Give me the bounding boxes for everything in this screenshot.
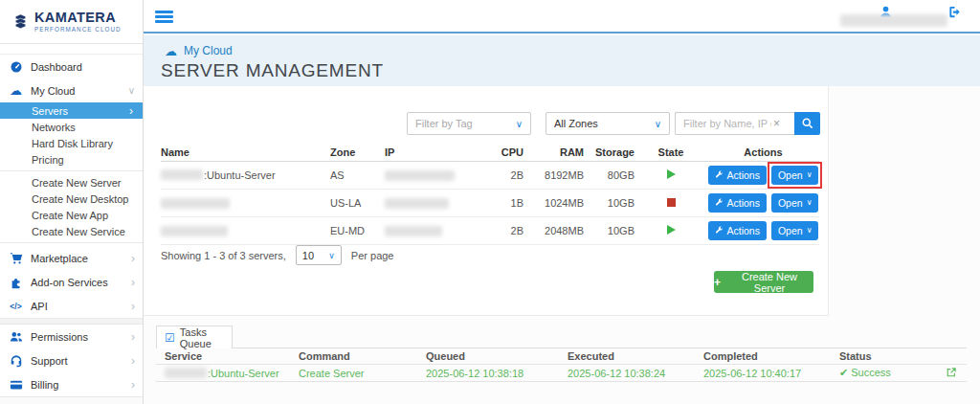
task-command: Create Server	[290, 365, 417, 382]
logout-icon[interactable]	[947, 5, 963, 23]
servers-panel: Filter by Tag ∨ All Zones ∨ × Name	[144, 86, 829, 316]
server-cpu: 2B	[476, 161, 523, 189]
col-storage: Storage	[584, 144, 635, 161]
hamburger-menu-icon[interactable]	[155, 11, 173, 26]
tab-tasks-queue[interactable]: ☑ Tasks Queue	[156, 325, 233, 348]
brand-logo[interactable]: KAMATERA PERFORMANCE CLOUD	[0, 0, 143, 44]
search-icon	[801, 117, 814, 130]
sidebar-item-create-new-service[interactable]: Create New Service	[0, 223, 143, 239]
actions-button[interactable]: Actions	[708, 193, 767, 213]
server-ram: 2048MB	[523, 216, 584, 244]
sidebar-item-create-new-desktop[interactable]: Create New Desktop	[0, 191, 143, 207]
credit-card-icon	[9, 377, 23, 392]
col-zone: Zone	[330, 144, 385, 161]
sidebar-item-label: Create New Server	[32, 177, 143, 189]
tab-label: Tasks Queue	[180, 326, 224, 349]
col-state: State	[635, 144, 707, 161]
search-filter-wrap: ×	[675, 112, 794, 135]
sidebar-item-label: Pricing	[32, 154, 143, 166]
sidebar-item-label: Marketplace	[31, 253, 123, 264]
redacted-server-ip	[385, 198, 449, 209]
server-zone: US-LA	[330, 189, 385, 216]
app-root: KAMATERA PERFORMANCE CLOUD Dashboard ☁ M…	[0, 0, 980, 404]
actions-button[interactable]: Actions	[708, 166, 767, 185]
col-command: Command	[290, 348, 417, 365]
sidebar-item-marketplace[interactable]: Marketplace ›	[0, 246, 143, 270]
task-status: Success	[851, 367, 891, 378]
external-link-icon[interactable]	[946, 369, 957, 380]
chevron-down-icon: ∨	[807, 170, 813, 179]
servers-table-header: Name Zone IP CPU RAM Storage State Actio…	[161, 144, 819, 161]
create-new-server-label: Create New Server	[725, 271, 813, 294]
sidebar-footer-area	[0, 396, 143, 404]
sidebar-item-label: Create New Service	[32, 226, 143, 237]
redacted-server-name	[161, 226, 228, 236]
chevron-right-icon: ›	[131, 356, 135, 366]
kamatera-logo-icon	[13, 14, 28, 29]
wrench-icon	[715, 198, 724, 207]
divider	[0, 170, 143, 171]
divider	[0, 242, 143, 243]
breadcrumb[interactable]: ☁ My Cloud	[165, 44, 233, 57]
search-button[interactable]	[794, 112, 820, 135]
create-new-server-button[interactable]: + Create New Server	[714, 271, 813, 293]
actions-button[interactable]: Actions	[708, 221, 767, 240]
sidebar-item-label: Add-on Services	[31, 277, 123, 288]
sidebar-item-addon-services[interactable]: Add-on Services ›	[0, 270, 143, 294]
sidebar-item-create-new-server[interactable]: Create New Server	[0, 174, 143, 191]
check-icon: ✔	[839, 367, 848, 378]
open-button[interactable]: Open ∨	[771, 221, 819, 240]
redacted-username	[840, 14, 947, 27]
search-input[interactable]	[676, 118, 771, 129]
sidebar-item-networks[interactable]: Networks	[0, 119, 143, 135]
server-storage: 10GB	[584, 216, 635, 244]
server-cpu: 2B	[476, 216, 523, 244]
open-button[interactable]: Open ∨	[771, 166, 819, 185]
tasks-queue-section: ☑ Tasks Queue Service Command Queued Exe…	[156, 325, 967, 382]
plus-icon: +	[714, 276, 721, 289]
chevron-down-icon: ∨	[807, 226, 813, 235]
per-page-select[interactable]: 10 ∨	[296, 245, 342, 265]
sidebar-item-support[interactable]: Support ›	[0, 348, 143, 372]
table-row: :Ubuntu-Server Create Server 2025-06-12 …	[156, 365, 967, 382]
sidebar-item-label: My Cloud	[31, 85, 121, 97]
wrench-icon	[715, 170, 724, 179]
zones-select-value: All Zones	[554, 118, 598, 129]
server-name: :Ubuntu-Server	[204, 169, 276, 181]
top-bar	[144, 0, 980, 34]
brand-tagline: PERFORMANCE CLOUD	[34, 26, 122, 33]
pagination: Showing 1 - 3 of 3 servers, 10 ∨ Per pag…	[161, 245, 394, 265]
chevron-right-icon: ›	[131, 302, 135, 311]
open-button[interactable]: Open ∨	[771, 193, 819, 213]
filter-by-tag-select[interactable]: Filter by Tag ∨	[407, 112, 531, 135]
server-ram: 8192MB	[523, 161, 584, 189]
sidebar-item-api[interactable]: </> API ›	[0, 294, 143, 318]
pagination-summary: Showing 1 - 3 of 3 servers,	[161, 250, 286, 261]
servers-table: Name Zone IP CPU RAM Storage State Actio…	[161, 144, 819, 245]
table-row: US-LA 1B 1024MB 10GB Actions	[161, 189, 819, 216]
breadcrumb-label: My Cloud	[184, 44, 233, 57]
sidebar-item-label: Support	[31, 355, 123, 367]
col-ip: IP	[385, 144, 476, 161]
sidebar-item-billing[interactable]: Billing ›	[0, 372, 143, 396]
zones-select[interactable]: All Zones ∨	[546, 112, 670, 135]
server-storage: 10GB	[584, 189, 635, 216]
sidebar-item-permissions[interactable]: Permissions ›	[0, 325, 143, 348]
sidebar-item-my-cloud[interactable]: ☁ My Cloud ∨	[0, 79, 143, 102]
sidebar-item-pricing[interactable]: Pricing	[0, 151, 143, 168]
sidebar-item-hard-disk-library[interactable]: Hard Disk Library	[0, 135, 143, 151]
page-header-band: ☁ My Cloud SERVER MANAGEMENT	[144, 35, 980, 86]
open-button-label: Open	[778, 197, 803, 209]
col-status: Status	[831, 348, 922, 365]
filter-by-tag-placeholder: Filter by Tag	[415, 118, 473, 129]
sidebar-item-label: Permissions	[31, 331, 123, 343]
puzzle-icon	[9, 275, 23, 289]
tasks-table: Service Command Queued Executed Complete…	[156, 348, 967, 382]
clear-icon[interactable]: ×	[773, 117, 780, 130]
sidebar-item-dashboard[interactable]: Dashboard	[0, 55, 143, 79]
col-actions: Actions	[707, 144, 819, 161]
sidebar-item-create-new-app[interactable]: Create New App	[0, 207, 143, 223]
sidebar-item-servers[interactable]: Servers ›	[0, 102, 143, 119]
actions-button-label: Actions	[727, 225, 760, 236]
cloud-icon: ☁	[165, 45, 177, 57]
